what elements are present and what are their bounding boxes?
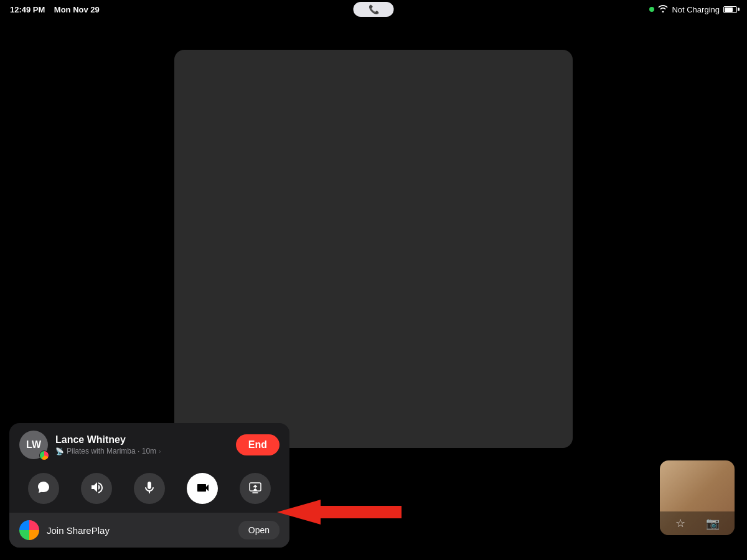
phone-icon: 📞: [369, 4, 379, 14]
phone-pill[interactable]: 📞: [354, 2, 394, 17]
speaker-button[interactable]: [81, 473, 112, 504]
call-controls: [9, 467, 289, 513]
video-icon: [195, 480, 209, 497]
status-time-date: 12:49 PM Mon Nov 29: [10, 5, 100, 14]
date: Mon Nov 29: [54, 5, 100, 14]
wifi-icon: [658, 4, 668, 14]
thumbnail-camera-icon: 📷: [706, 516, 720, 530]
status-bar: 12:49 PM Mon Nov 29 📞 Not Charging: [0, 0, 747, 19]
open-shareplay-button[interactable]: Open: [238, 521, 280, 539]
thumbnail-star-icon: ☆: [675, 516, 685, 530]
caller-info: Lance Whitney 📡 Pilates with Marimba · 1…: [55, 434, 228, 455]
video-button[interactable]: [187, 473, 218, 504]
sharescreen-icon: [248, 480, 262, 497]
shareplay-icon: [19, 520, 39, 540]
caller-name: Lance Whitney: [55, 434, 228, 446]
phone-pill-container[interactable]: 📞: [354, 2, 394, 17]
svg-marker-2: [277, 500, 402, 525]
message-icon: [37, 480, 50, 497]
ringtone-icon: 📡: [55, 447, 64, 455]
call-subtitle: 📡 Pilates with Marimba · 10m ›: [55, 447, 228, 455]
status-right-icons: Not Charging: [649, 4, 737, 14]
shareplay-row: Join SharePlay Open: [9, 513, 289, 548]
time: 12:49 PM: [10, 5, 45, 14]
sharescreen-button[interactable]: [240, 473, 271, 504]
avatar: LW: [19, 431, 48, 459]
main-video-area: [174, 50, 573, 448]
activity-ring: [39, 450, 49, 460]
shareplay-label: Join SharePlay: [47, 525, 231, 536]
end-call-button[interactable]: End: [236, 434, 280, 455]
call-info-row: LW Lance Whitney 📡 Pilates with Marimba …: [9, 423, 289, 467]
mute-icon: [143, 480, 156, 497]
subtitle-text: Pilates with Marimba · 10m: [67, 447, 156, 455]
arrow-indicator: [277, 497, 402, 528]
battery-label: Not Charging: [672, 5, 720, 14]
call-panel: LW Lance Whitney 📡 Pilates with Marimba …: [9, 423, 289, 548]
thumbnail-controls: ☆ 📷: [660, 511, 735, 535]
message-button[interactable]: [28, 473, 59, 504]
self-video-thumbnail[interactable]: ☆ 📷: [660, 460, 735, 535]
speaker-icon: [90, 480, 103, 497]
chevron-right-icon: ›: [159, 448, 161, 455]
battery-icon: [723, 6, 737, 13]
green-dot-indicator: [649, 7, 654, 12]
mute-button[interactable]: [134, 473, 165, 504]
